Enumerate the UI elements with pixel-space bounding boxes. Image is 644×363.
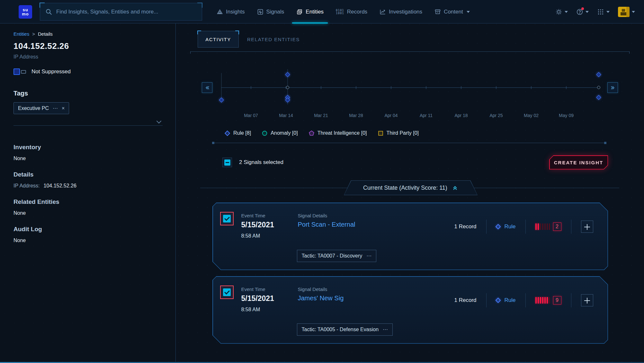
timeline-node bbox=[597, 86, 600, 89]
ip-address-value: 104.152.52.26 bbox=[44, 183, 76, 189]
signal-name-link[interactable]: Port Scan - External bbox=[298, 221, 355, 228]
main-nav: Insights Signals Entities bbox=[210, 0, 476, 23]
signal-marker-diamond[interactable] bbox=[596, 72, 601, 77]
details-heading: Details bbox=[13, 171, 163, 178]
entity-type-label: IP Address bbox=[13, 54, 163, 60]
timeline-tick bbox=[321, 86, 321, 89]
signal-card: Event Time 5/15/2021 8:58 AM Signal Deta… bbox=[212, 276, 608, 344]
divider bbox=[525, 293, 526, 307]
tactic-label: Tactic: TA0005 - Defense Evasion bbox=[302, 327, 379, 332]
search-icon bbox=[45, 8, 52, 15]
signals-icon bbox=[257, 9, 264, 15]
timeline-bottom-rule bbox=[213, 143, 606, 143]
tag-chip[interactable]: Executive PC ⋯ × bbox=[13, 102, 69, 114]
sidebar-divider bbox=[13, 125, 163, 126]
breadcrumb-entities-link[interactable]: Entities bbox=[13, 31, 29, 37]
timeline-page-left-button[interactable] bbox=[202, 82, 212, 93]
ip-address-label: IP Address: bbox=[13, 183, 40, 189]
signal-checkbox[interactable] bbox=[220, 212, 234, 225]
timeline-tick bbox=[496, 86, 496, 89]
apps-grid-button[interactable] bbox=[597, 8, 610, 15]
nav-entities[interactable]: Entities bbox=[290, 0, 330, 23]
legend-label: Threat Intelligence [0] bbox=[318, 130, 367, 136]
tags-expander[interactable] bbox=[13, 119, 163, 123]
more-icon[interactable]: ⋯ bbox=[383, 326, 388, 332]
legend-rule[interactable]: Rule [8] bbox=[225, 130, 251, 136]
divider bbox=[571, 220, 571, 234]
top-bar: su mo Insights bbox=[0, 0, 644, 23]
event-date: 5/15/2021 bbox=[241, 221, 274, 229]
selection-row: 2 Signals selected CREATE INSIGHT bbox=[222, 155, 608, 169]
tactic-chip[interactable]: Tactic: TA0007 - Discovery ⋯ bbox=[297, 250, 377, 262]
anomaly-circle-icon bbox=[262, 131, 267, 136]
timeline-tick bbox=[461, 86, 461, 89]
entity-sidebar: Entities > Details 104.152.52.26 IP Addr… bbox=[0, 23, 176, 362]
entity-title: 104.152.52.26 bbox=[13, 41, 163, 51]
legend-third-party[interactable]: Third Party [0] bbox=[378, 130, 419, 136]
timeline-tick bbox=[566, 86, 567, 89]
timeline-axis-area[interactable]: Mar 07Mar 14Mar 21Mar 28Apr 04Apr 11Apr … bbox=[221, 56, 599, 125]
settings-button[interactable] bbox=[555, 8, 568, 15]
sumo-logic-logo[interactable]: su mo bbox=[19, 5, 32, 19]
chevron-down-icon bbox=[632, 11, 635, 13]
signal-marker-diamond[interactable] bbox=[596, 95, 601, 100]
close-icon[interactable]: × bbox=[62, 105, 65, 111]
signal-marker-diamond[interactable] bbox=[285, 72, 290, 77]
more-icon[interactable]: ⋯ bbox=[366, 253, 371, 259]
suppression-toggle[interactable]: Not Suppressed bbox=[13, 68, 163, 75]
signal-details-column: Signal Details Port Scan - External bbox=[298, 213, 355, 228]
timeline-date-label: May 02 bbox=[524, 113, 539, 118]
details-ip-row: IP Address: 104.152.52.26 bbox=[13, 183, 163, 189]
tab-related-entities[interactable]: RELATED ENTITIES bbox=[239, 31, 308, 48]
signal-marker-diamond[interactable] bbox=[219, 97, 224, 103]
select-all-checkbox[interactable] bbox=[222, 158, 232, 167]
nav-label: Content bbox=[444, 9, 463, 15]
signal-type-tag: Rule bbox=[496, 223, 516, 230]
timeline-node bbox=[286, 86, 289, 89]
signal-details-label: Signal Details bbox=[298, 213, 355, 218]
tactic-chip[interactable]: Tactic: TA0005 - Defense Evasion ⋯ bbox=[297, 323, 393, 336]
timeline-top-rule bbox=[190, 51, 630, 52]
nav-records[interactable]: 0101 1001 Records bbox=[330, 0, 373, 23]
plus-button[interactable] bbox=[581, 294, 593, 306]
signal-checkbox[interactable] bbox=[220, 286, 234, 299]
tab-activity[interactable]: ACTIVITY bbox=[198, 31, 239, 48]
main-content: ACTIVITY RELATED ENTITIES Mar 07Mar 14Ma… bbox=[176, 23, 644, 362]
nav-investigations[interactable]: Investigations bbox=[373, 0, 428, 23]
severity-score: 9 bbox=[553, 296, 561, 304]
audit-log-value: None bbox=[13, 238, 163, 243]
nav-label: Records bbox=[347, 9, 367, 15]
timeline-tick bbox=[391, 86, 391, 89]
legend-anomaly[interactable]: Anomaly [0] bbox=[262, 130, 298, 136]
suppression-toggle-icon bbox=[13, 68, 20, 75]
signal-type-label: Rule bbox=[505, 297, 516, 304]
more-icon[interactable]: ⋯ bbox=[53, 105, 58, 111]
investigations-icon bbox=[380, 9, 386, 15]
signal-name-link[interactable]: James' New Sig bbox=[298, 295, 344, 302]
breadcrumb: Entities > Details bbox=[13, 31, 163, 37]
record-count: 1 Record bbox=[454, 223, 477, 230]
timeline-date-label: Apr 18 bbox=[454, 113, 468, 118]
create-insight-button[interactable]: CREATE INSIGHT bbox=[549, 155, 608, 169]
user-menu-button[interactable] bbox=[618, 7, 635, 17]
event-date: 5/15/2021 bbox=[241, 294, 274, 303]
current-state-toggle[interactable]: Current State (Activity Score: 11) bbox=[344, 180, 478, 195]
nav-content[interactable]: Content bbox=[428, 0, 476, 23]
search-input[interactable] bbox=[56, 9, 197, 15]
event-time-label: Event Time bbox=[241, 213, 274, 218]
plus-button[interactable] bbox=[581, 221, 593, 233]
records-icon: 0101 1001 bbox=[336, 9, 344, 15]
rule-diamond-icon bbox=[495, 297, 501, 303]
signal-details-label: Signal Details bbox=[298, 286, 344, 292]
help-button[interactable] bbox=[576, 8, 589, 15]
legend-threat-intelligence[interactable]: Threat Intelligence [0] bbox=[309, 130, 367, 136]
nav-insights[interactable]: Insights bbox=[210, 0, 251, 23]
signal-meta-cluster: 1 Record Rule 2 bbox=[454, 218, 593, 236]
nav-label: Insights bbox=[226, 9, 245, 15]
timeline-page-right-button[interactable] bbox=[607, 82, 618, 93]
signal-meta-cluster: 1 Record Rule 9 bbox=[454, 291, 593, 309]
nav-signals[interactable]: Signals bbox=[251, 0, 291, 23]
global-search bbox=[40, 3, 202, 21]
event-clock: 8:58 AM bbox=[241, 307, 274, 313]
nav-label: Investigations bbox=[389, 9, 422, 15]
